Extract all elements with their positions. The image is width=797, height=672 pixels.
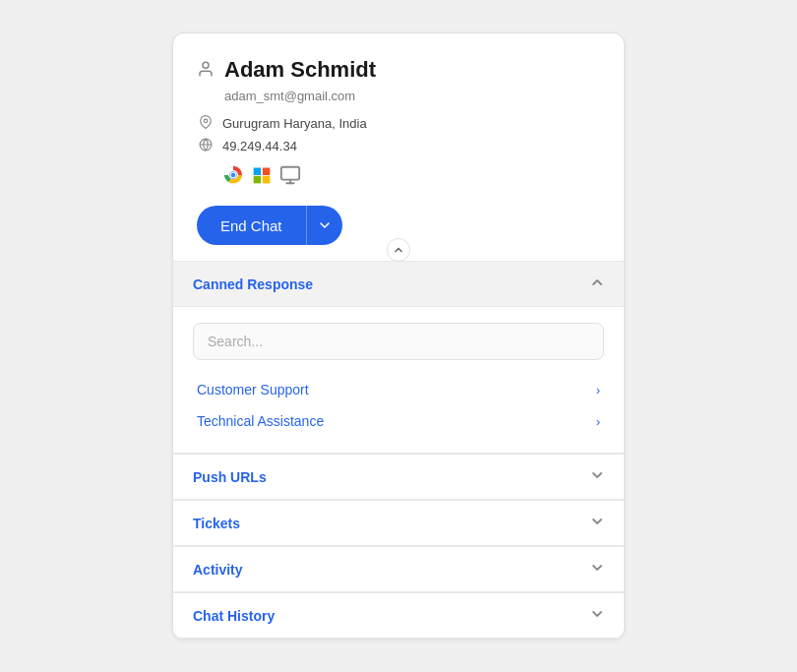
push-urls-header[interactable]: Push URLs bbox=[173, 454, 624, 499]
canned-response-section: Canned Response Customer Support › Techn… bbox=[173, 261, 624, 454]
tickets-section: Tickets bbox=[173, 500, 624, 546]
svg-point-0 bbox=[203, 62, 209, 68]
canned-response-chevron bbox=[590, 275, 604, 292]
svg-rect-12 bbox=[281, 167, 299, 180]
svg-rect-8 bbox=[254, 168, 262, 176]
tickets-header[interactable]: Tickets bbox=[173, 500, 624, 545]
profile-email: adam_smt@gmail.com bbox=[224, 89, 600, 103]
push-urls-chevron bbox=[590, 468, 604, 485]
svg-rect-11 bbox=[263, 176, 271, 184]
technical-assistance-arrow: › bbox=[596, 414, 600, 429]
chat-history-header[interactable]: Chat History bbox=[173, 592, 624, 638]
canned-response-header[interactable]: Canned Response bbox=[173, 261, 624, 307]
chat-history-chevron bbox=[590, 607, 604, 624]
activity-title: Activity bbox=[193, 562, 243, 578]
svg-point-7 bbox=[231, 173, 236, 178]
activity-section: Activity bbox=[173, 546, 624, 592]
canned-item-technical-assistance[interactable]: Technical Assistance › bbox=[193, 405, 604, 437]
location-row: Gurugram Haryana, India bbox=[197, 115, 600, 132]
end-chat-dropdown-button[interactable] bbox=[306, 206, 342, 245]
profile-name: Adam Schmidt bbox=[224, 57, 376, 83]
profile-section: Adam Schmidt adam_smt@gmail.com Gurugram… bbox=[173, 33, 624, 261]
location-icon bbox=[197, 115, 215, 132]
canned-response-search[interactable] bbox=[193, 323, 604, 360]
user-icon bbox=[197, 60, 215, 81]
chat-history-section: Chat History bbox=[173, 592, 624, 639]
push-urls-title: Push URLs bbox=[193, 469, 267, 485]
browser-icons bbox=[222, 164, 600, 186]
activity-header[interactable]: Activity bbox=[173, 546, 624, 591]
main-card: Adam Schmidt adam_smt@gmail.com Gurugram… bbox=[172, 32, 625, 640]
push-urls-section: Push URLs bbox=[173, 454, 624, 500]
technical-assistance-label: Technical Assistance bbox=[197, 413, 324, 429]
chrome-icon bbox=[222, 164, 244, 186]
monitor-icon bbox=[279, 164, 301, 186]
profile-header: Adam Schmidt bbox=[197, 57, 600, 83]
customer-support-arrow: › bbox=[596, 383, 600, 397]
search-wrap bbox=[193, 323, 604, 360]
canned-item-customer-support[interactable]: Customer Support › bbox=[193, 374, 604, 405]
collapse-button[interactable] bbox=[387, 238, 410, 262]
windows-icon bbox=[252, 165, 272, 185]
chat-history-title: Chat History bbox=[193, 608, 275, 624]
ip-row: 49.249.44.34 bbox=[197, 138, 600, 154]
customer-support-label: Customer Support bbox=[197, 382, 309, 397]
end-chat-button[interactable]: End Chat bbox=[197, 206, 306, 245]
globe-icon bbox=[197, 138, 215, 154]
tickets-title: Tickets bbox=[193, 516, 240, 531]
tickets-chevron bbox=[590, 515, 604, 531]
canned-response-body: Customer Support › Technical Assistance … bbox=[173, 307, 624, 454]
svg-point-1 bbox=[204, 119, 208, 123]
svg-rect-10 bbox=[254, 176, 262, 184]
location-text: Gurugram Haryana, India bbox=[222, 116, 367, 131]
activity-chevron bbox=[590, 561, 604, 578]
ip-text: 49.249.44.34 bbox=[222, 139, 297, 153]
svg-rect-9 bbox=[263, 168, 271, 176]
canned-response-title: Canned Response bbox=[193, 276, 313, 292]
